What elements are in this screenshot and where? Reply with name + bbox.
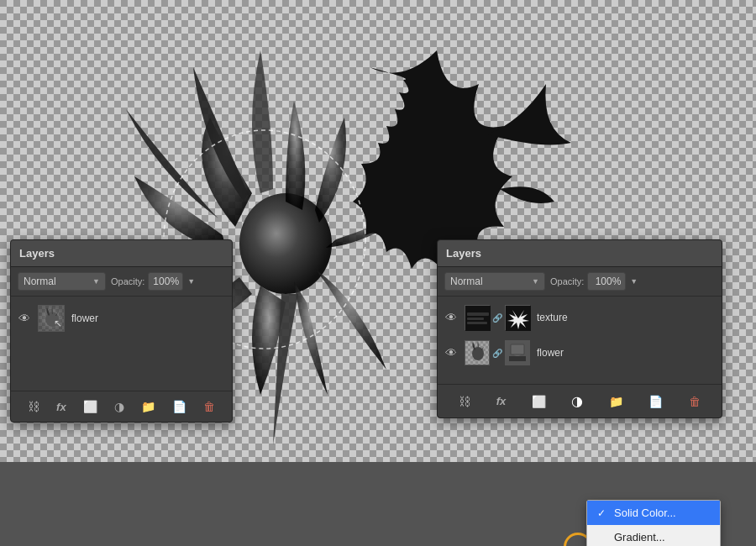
left-layers-footer: ⛓ fx ⬜ ◑ 📁 📄 🗑 bbox=[11, 391, 232, 422]
svg-rect-12 bbox=[511, 344, 524, 354]
left-new-btn[interactable]: 📄 bbox=[169, 398, 190, 415]
left-fx-btn[interactable]: fx bbox=[53, 399, 70, 415]
checkmark-solid-color: ✓ bbox=[597, 507, 609, 519]
left-opacity-chevron: ▼ bbox=[187, 277, 195, 286]
right-group-btn[interactable]: 📁 bbox=[606, 393, 627, 410]
left-layer-flower-thumbnail: ↖ bbox=[38, 305, 65, 332]
right-panel-title: Layers bbox=[438, 240, 722, 267]
link-icon-texture: 🔗 bbox=[491, 305, 503, 330]
left-layer-flower[interactable]: 👁 ↖ flower bbox=[11, 300, 232, 337]
link-icon-flower: 🔗 bbox=[491, 340, 503, 365]
right-layer-flower[interactable]: 👁 🔗 bbox=[438, 335, 722, 370]
right-thumb-texture-color bbox=[465, 305, 490, 330]
right-blend-mode[interactable]: Normal ▼ bbox=[444, 272, 545, 291]
right-layer-texture[interactable]: 👁 🔗 bbox=[438, 300, 722, 335]
right-adjustment-btn[interactable]: ◑ bbox=[568, 391, 586, 411]
left-adjustment-btn[interactable]: ◑ bbox=[111, 398, 128, 415]
blend-mode-chevron-right: ▼ bbox=[532, 277, 539, 286]
right-mask-btn[interactable]: ⬜ bbox=[528, 393, 549, 410]
right-link-btn[interactable]: ⛓ bbox=[455, 393, 474, 410]
right-layer-flower-thumbs: 🔗 bbox=[465, 340, 530, 365]
left-opacity-value[interactable]: 100% bbox=[148, 272, 183, 291]
left-link-btn[interactable]: ⛓ bbox=[24, 398, 43, 415]
svg-rect-4 bbox=[467, 312, 489, 316]
right-layer-flower-name: flower bbox=[537, 347, 715, 359]
left-mask-btn[interactable]: ⬜ bbox=[80, 398, 101, 415]
layers-panel-right: Layers Normal ▼ Opacity: 100% ▼ 👁 bbox=[437, 239, 722, 418]
blend-mode-chevron-left: ▼ bbox=[92, 277, 100, 286]
right-thumb-flower-icon bbox=[505, 340, 530, 365]
right-opacity-chevron: ▼ bbox=[630, 277, 638, 286]
right-layer-texture-name: texture bbox=[537, 312, 715, 323]
left-opacity-control: Opacity: 100% ▼ bbox=[111, 272, 195, 291]
svg-rect-10 bbox=[509, 356, 526, 361]
left-layer-flower-name: flower bbox=[71, 312, 225, 324]
svg-rect-6 bbox=[467, 322, 487, 324]
right-opacity-control: Opacity: 100% ▼ bbox=[550, 272, 638, 291]
left-layer-list: 👁 ↖ flower bbox=[11, 297, 232, 340]
right-layer-list: 👁 🔗 bbox=[438, 297, 722, 374]
right-layer-flower-visibility[interactable]: 👁 bbox=[444, 346, 458, 360]
right-empty-area bbox=[438, 374, 722, 384]
right-new-btn[interactable]: 📄 bbox=[645, 393, 666, 410]
right-thumb-texture-mask bbox=[505, 305, 530, 330]
left-group-btn[interactable]: 📁 bbox=[138, 398, 159, 415]
right-layer-texture-thumbs: 🔗 bbox=[465, 305, 530, 330]
layers-panel-left: Layers Normal ▼ Opacity: 100% ▼ 👁 bbox=[10, 239, 233, 423]
left-blend-mode[interactable]: Normal ▼ bbox=[18, 272, 106, 291]
left-empty-area bbox=[11, 340, 232, 391]
right-layer-texture-visibility[interactable]: 👁 bbox=[444, 311, 458, 324]
left-panel-title: Layers bbox=[11, 240, 232, 267]
dropdown-gradient[interactable]: Gradient... bbox=[587, 525, 720, 546]
cursor-icon: ↖ bbox=[54, 318, 62, 329]
left-panel-controls: Normal ▼ Opacity: 100% ▼ bbox=[11, 267, 232, 297]
svg-rect-5 bbox=[467, 318, 484, 320]
right-opacity-value[interactable]: 100% bbox=[587, 272, 626, 291]
dropdown-solid-color[interactable]: ✓ Solid Color... bbox=[587, 501, 720, 525]
right-panel-controls: Normal ▼ Opacity: 100% ▼ bbox=[438, 267, 722, 297]
right-layers-footer: ⛓ fx ⬜ ◑ 📁 📄 🗑 bbox=[438, 384, 722, 417]
left-layer-flower-visibility[interactable]: 👁 bbox=[18, 312, 31, 325]
right-thumb-flower-color bbox=[465, 340, 490, 365]
left-delete-btn[interactable]: 🗑 bbox=[200, 398, 218, 415]
adjustment-dropdown: ✓ Solid Color... Gradient... bbox=[586, 500, 721, 546]
right-delete-btn[interactable]: 🗑 bbox=[685, 393, 704, 410]
right-fx-btn[interactable]: fx bbox=[493, 393, 510, 409]
